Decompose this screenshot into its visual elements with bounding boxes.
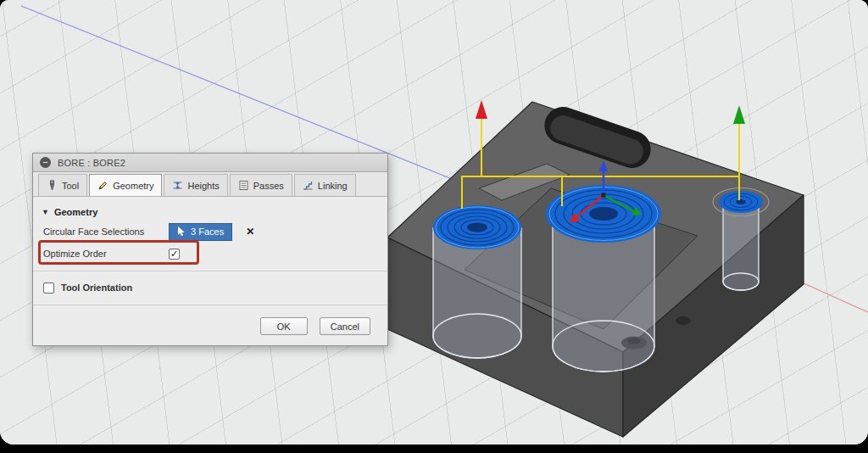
faces-chip-label: 3 Faces bbox=[191, 226, 224, 237]
origin-point bbox=[602, 193, 606, 198]
tab-label-linking: Linking bbox=[318, 181, 348, 191]
tool-orientation-label: Tool Orientation bbox=[61, 282, 132, 293]
ok-button[interactable]: OK bbox=[260, 317, 308, 335]
edge-notch bbox=[676, 316, 691, 325]
cancel-button[interactable]: Cancel bbox=[320, 317, 370, 335]
faces-selection-chip[interactable]: 3 Faces bbox=[169, 223, 232, 241]
linking-tab-icon bbox=[303, 180, 314, 191]
tab-label-heights: Heights bbox=[187, 181, 219, 191]
tool-orientation-row: Tool Orientation bbox=[33, 277, 387, 299]
bore-dialog: − BORE : BORE2 Tool Geometry H bbox=[32, 153, 388, 346]
collapse-dialog-icon[interactable]: − bbox=[40, 157, 51, 168]
tool-orientation-checkbox[interactable] bbox=[43, 282, 54, 294]
tab-geometry[interactable]: Geometry bbox=[89, 174, 162, 196]
geometry-section-label: Geometry bbox=[54, 207, 97, 217]
tab-label-tool: Tool bbox=[62, 181, 79, 191]
divider bbox=[33, 271, 387, 271]
cursor-icon bbox=[177, 226, 186, 237]
dialog-tabs: Tool Geometry Heights Passes bbox=[33, 172, 387, 197]
geometry-section-toggle[interactable]: ▼ Geometry bbox=[33, 202, 387, 221]
optimize-order-row: Optimize Order ✓ bbox=[33, 243, 387, 265]
optimize-order-checkbox[interactable]: ✓ bbox=[169, 249, 180, 260]
green-arrowhead bbox=[733, 105, 745, 124]
optimize-order-label: Optimize Order bbox=[43, 249, 169, 259]
dialog-body: ▼ Geometry Circular Face Selections 3 Fa… bbox=[33, 197, 387, 345]
circular-face-selections-row: Circular Face Selections 3 Faces ✕ bbox=[33, 221, 387, 243]
application-window: − BORE : BORE2 Tool Geometry H bbox=[0, 0, 868, 445]
tool-tab-icon bbox=[47, 180, 58, 191]
x-axis-line bbox=[802, 282, 868, 312]
tab-passes[interactable]: Passes bbox=[230, 174, 292, 196]
dialog-footer: OK Cancel bbox=[33, 305, 387, 335]
bore-face-1[interactable] bbox=[433, 205, 521, 249]
tab-heights[interactable]: Heights bbox=[164, 174, 227, 196]
tab-label-geometry: Geometry bbox=[113, 181, 153, 191]
tab-label-passes: Passes bbox=[253, 181, 284, 191]
bore-face-3[interactable] bbox=[719, 191, 763, 213]
minus-glyph: − bbox=[42, 158, 47, 167]
tab-tool[interactable]: Tool bbox=[38, 174, 87, 196]
dialog-header[interactable]: − BORE : BORE2 bbox=[33, 154, 387, 172]
circular-face-selections-label: Circular Face Selections bbox=[43, 226, 169, 237]
clear-selection-icon[interactable]: ✕ bbox=[246, 226, 254, 238]
geometry-tab-icon bbox=[97, 180, 108, 191]
dialog-title: BORE : BORE2 bbox=[58, 158, 125, 168]
section-collapse-icon: ▼ bbox=[42, 208, 49, 216]
red-arrowhead bbox=[476, 100, 487, 119]
heights-tab-icon bbox=[172, 180, 183, 191]
tab-linking[interactable]: Linking bbox=[294, 174, 356, 196]
checkmark-icon: ✓ bbox=[170, 249, 178, 260]
passes-tab-icon bbox=[238, 180, 249, 191]
